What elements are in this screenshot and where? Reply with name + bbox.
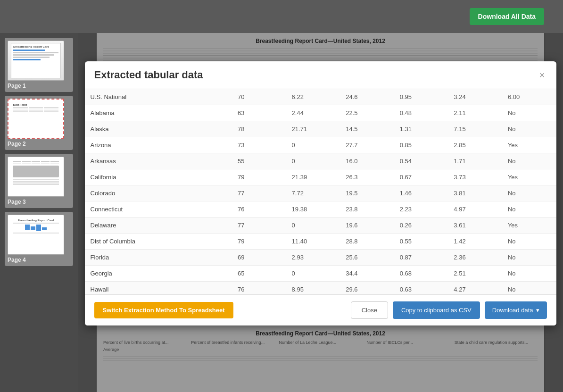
- table-cell-0-3: 24.6: [340, 89, 394, 105]
- page4-label: Page 4: [8, 257, 26, 263]
- table-cell-0-6: 6.00: [502, 89, 556, 105]
- sidebar-item-page4[interactable]: Breastfeeding Report Card Page 4: [5, 212, 73, 266]
- table-cell-9-1: 79: [232, 234, 286, 250]
- download-data-label: Download data: [492, 307, 533, 314]
- sidebar-item-page2[interactable]: Data Table: [5, 96, 73, 150]
- table-cell-12-2: 8.95: [286, 282, 340, 295]
- sidebar-item-page1[interactable]: Breastfeeding Report Card Page 1: [5, 38, 73, 92]
- table-cell-5-4: 0.67: [394, 169, 448, 185]
- table-cell-11-3: 34.4: [340, 266, 394, 282]
- table-cell-0-4: 0.95: [394, 89, 448, 105]
- table-row: U.S. National706.2224.60.953.246.00: [85, 89, 556, 105]
- page1-label: Page 1: [8, 83, 26, 89]
- table-cell-1-2: 2.44: [286, 105, 340, 121]
- table-cell-2-1: 78: [232, 121, 286, 137]
- table-cell-6-4: 1.46: [394, 185, 448, 201]
- table-cell-1-0: Alabama: [85, 105, 232, 121]
- table-row: Alabama632.4422.50.482.11No: [85, 105, 556, 121]
- table-cell-1-3: 22.5: [340, 105, 394, 121]
- page3-thumb: [8, 157, 64, 197]
- table-cell-1-5: 2.11: [448, 105, 502, 121]
- table-cell-0-1: 70: [232, 89, 286, 105]
- table-cell-12-5: 4.27: [448, 282, 502, 295]
- table-row: Arkansas55016.00.541.71No: [85, 153, 556, 169]
- table-cell-10-6: No: [502, 250, 556, 266]
- modal-title: Extracted tabular data: [94, 69, 203, 81]
- table-cell-1-1: 63: [232, 105, 286, 121]
- top-bar: Download All Data: [0, 0, 563, 33]
- table-cell-7-5: 4.97: [448, 201, 502, 217]
- page3-label: Page 3: [8, 199, 26, 205]
- table-cell-2-3: 14.5: [340, 121, 394, 137]
- table-cell-12-1: 76: [232, 282, 286, 295]
- download-all-button[interactable]: Download All Data: [470, 8, 544, 25]
- modal-overlay: Extracted tabular data × U.S. National70…: [78, 33, 563, 392]
- table-cell-7-2: 19.38: [286, 201, 340, 217]
- table-cell-8-6: Yes: [502, 217, 556, 234]
- table-cell-6-3: 19.5: [340, 185, 394, 201]
- modal-close-button[interactable]: ×: [538, 70, 547, 81]
- table-container[interactable]: U.S. National706.2224.60.953.246.00Alaba…: [85, 89, 556, 294]
- table-cell-9-2: 11.40: [286, 234, 340, 250]
- table-cell-12-6: No: [502, 282, 556, 295]
- table-cell-8-1: 77: [232, 217, 286, 234]
- table-cell-0-2: 6.22: [286, 89, 340, 105]
- table-cell-11-2: 0: [286, 266, 340, 282]
- table-cell-10-1: 69: [232, 250, 286, 266]
- table-cell-12-4: 0.63: [394, 282, 448, 295]
- table-cell-0-0: U.S. National: [85, 89, 232, 105]
- table-cell-5-1: 79: [232, 169, 286, 185]
- table-cell-7-0: Connecticut: [85, 201, 232, 217]
- table-cell-7-6: No: [502, 201, 556, 217]
- table-row: Delaware77019.60.263.61Yes: [85, 217, 556, 234]
- table-cell-12-0: Hawaii: [85, 282, 232, 295]
- table-cell-5-6: Yes: [502, 169, 556, 185]
- table-cell-6-5: 3.81: [448, 185, 502, 201]
- table-row: Colorado777.7219.51.463.81No: [85, 185, 556, 201]
- page2-thumb: Data Table: [8, 99, 64, 139]
- download-data-button[interactable]: Download data ▾: [485, 301, 547, 319]
- sidebar-item-page3[interactable]: Page 3: [5, 154, 73, 208]
- table-cell-6-0: Colorado: [85, 185, 232, 201]
- close-button[interactable]: Close: [351, 301, 388, 319]
- table-cell-4-0: Arkansas: [85, 153, 232, 169]
- data-table: U.S. National706.2224.60.953.246.00Alaba…: [85, 89, 556, 294]
- table-cell-3-4: 0.85: [394, 137, 448, 153]
- table-cell-7-4: 2.23: [394, 201, 448, 217]
- table-cell-11-4: 0.68: [394, 266, 448, 282]
- table-cell-9-5: 1.42: [448, 234, 502, 250]
- table-cell-4-6: No: [502, 153, 556, 169]
- table-cell-7-1: 76: [232, 201, 286, 217]
- table-cell-2-0: Alaska: [85, 121, 232, 137]
- table-cell-8-0: Delaware: [85, 217, 232, 234]
- table-cell-5-3: 26.3: [340, 169, 394, 185]
- table-row: California7921.3926.30.673.73Yes: [85, 169, 556, 185]
- main-content: Breastfeeding Report Card—United States,…: [78, 33, 563, 392]
- table-cell-6-6: No: [502, 185, 556, 201]
- table-cell-3-0: Arizona: [85, 137, 232, 153]
- footer-right-buttons: Close Copy to clipboard as CSV Download …: [351, 301, 547, 319]
- table-cell-10-3: 25.6: [340, 250, 394, 266]
- table-cell-8-2: 0: [286, 217, 340, 234]
- table-cell-6-1: 77: [232, 185, 286, 201]
- table-cell-9-0: Dist of Columbia: [85, 234, 232, 250]
- table-cell-9-6: No: [502, 234, 556, 250]
- table-cell-11-6: No: [502, 266, 556, 282]
- table-cell-5-0: California: [85, 169, 232, 185]
- table-cell-1-4: 0.48: [394, 105, 448, 121]
- table-cell-12-3: 29.6: [340, 282, 394, 295]
- table-cell-2-2: 21.71: [286, 121, 340, 137]
- table-cell-5-5: 3.73: [448, 169, 502, 185]
- copy-clipboard-button[interactable]: Copy to clipboard as CSV: [393, 301, 480, 319]
- table-cell-10-0: Florida: [85, 250, 232, 266]
- switch-extraction-button[interactable]: Switch Extraction Method To Spreadsheet: [94, 302, 233, 318]
- table-row: Alaska7821.7114.51.317.15No: [85, 121, 556, 137]
- table-cell-4-1: 55: [232, 153, 286, 169]
- table-cell-11-1: 65: [232, 266, 286, 282]
- table-cell-3-3: 27.7: [340, 137, 394, 153]
- modal-footer: Switch Extraction Method To Spreadsheet …: [85, 294, 556, 325]
- table-cell-9-4: 0.55: [394, 234, 448, 250]
- table-cell-10-5: 2.36: [448, 250, 502, 266]
- table-row: Connecticut7619.3823.82.234.97No: [85, 201, 556, 217]
- page1-thumb: Breastfeeding Report Card: [8, 41, 64, 81]
